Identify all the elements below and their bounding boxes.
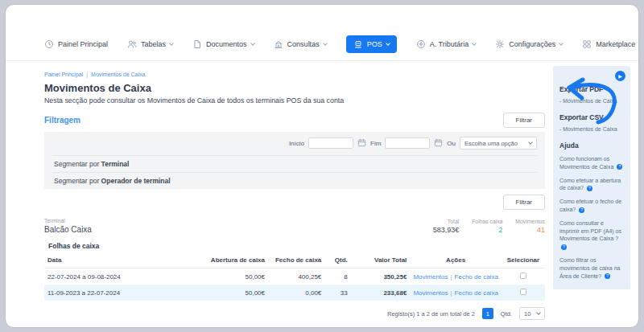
nav-label: Configurações xyxy=(509,40,555,48)
cell-qtd: 33 xyxy=(324,285,350,301)
col-fecho: Fecho de caixa xyxy=(268,252,324,268)
question-circle-icon[interactable] xyxy=(605,273,610,279)
nav-label: A. Tributária xyxy=(430,40,469,48)
exportar-csv-title: Exportar CSV xyxy=(559,113,624,121)
nav-item-documentos[interactable]: Documentos xyxy=(192,39,254,49)
action-separator: | xyxy=(451,289,452,297)
document-icon xyxy=(192,39,202,49)
row-select-checkbox[interactable] xyxy=(520,273,526,279)
nav-item-configuracoes[interactable]: Configurações xyxy=(495,39,563,49)
chevron-down-icon xyxy=(536,310,541,315)
table-row: 11-09-2023 a 22-07-2024 50,00€ 0,00€ 33 … xyxy=(44,285,545,301)
question-circle-icon[interactable] xyxy=(561,244,567,250)
page-title: Movimentos de Caixa xyxy=(44,82,545,94)
question-circle-icon[interactable] xyxy=(617,164,622,170)
chevron-down-icon xyxy=(323,41,328,46)
fim-date-input[interactable] xyxy=(385,137,430,149)
terminal-label: Terminal xyxy=(44,218,92,223)
help-item-text: Como filtrar os movimentos de caixa na Á… xyxy=(559,257,620,279)
cell-abertura: 50,00€ xyxy=(205,269,268,285)
chevron-down-icon xyxy=(472,41,477,46)
segment-prefix: Segmentar por xyxy=(54,177,99,185)
fecho-de-caixa-link[interactable]: Fecho de caixa xyxy=(455,273,498,281)
option-select[interactable]: Escolha uma opção xyxy=(460,137,537,150)
pos-terminal-icon xyxy=(353,39,363,49)
nav-item-pos[interactable]: POS xyxy=(346,35,397,53)
table-header: Data Abertura de caixa Fecho de caixa Qt… xyxy=(44,252,545,268)
inicio-date-input[interactable] xyxy=(308,137,353,149)
segment-row-terminal[interactable]: Segmentar por Terminal xyxy=(52,155,537,172)
help-sidebar: ▶ Exportar PDF - Movimentos de Caixa Exp… xyxy=(553,66,630,289)
filter-panel: Início Fim Ou Escolha uma opção Segmenta… xyxy=(44,132,545,189)
main-content: Painel Principal|Movimentos de Caixa Mov… xyxy=(44,66,545,328)
nav-item-marketplace[interactable]: Marketplace xyxy=(582,39,639,49)
help-item[interactable]: Como filtrar os movimentos de caixa na Á… xyxy=(559,256,624,280)
segment-name: Operador de terminal xyxy=(101,177,171,185)
chevron-down-icon xyxy=(386,41,390,46)
cell-data: 11-09-2023 a 22-07-2024 xyxy=(44,285,205,301)
stat-label: Total xyxy=(433,219,460,224)
chevron-down-icon xyxy=(559,41,564,46)
question-circle-icon[interactable] xyxy=(579,207,584,213)
question-circle-icon[interactable] xyxy=(587,186,592,191)
option-select-value: Escolha uma opção xyxy=(464,140,518,147)
chevron-down-icon xyxy=(528,140,533,145)
chevron-down-icon xyxy=(169,41,174,46)
building-icon xyxy=(274,39,283,49)
stat-value: 41 xyxy=(515,226,545,234)
nav-label: Tabelas xyxy=(141,40,166,48)
action-separator: | xyxy=(451,273,452,281)
movimentos-link[interactable]: Movimentos xyxy=(413,289,448,297)
chevron-down-icon xyxy=(250,41,255,46)
nav-item-tabelas[interactable]: Tabelas xyxy=(127,39,173,49)
fecho-de-caixa-link[interactable]: Fecho de caixa xyxy=(455,289,498,297)
row-select-checkbox[interactable] xyxy=(520,289,526,295)
page-1-button[interactable]: 1 xyxy=(482,308,493,319)
segment-row-operador[interactable]: Segmentar por Operador de terminal xyxy=(52,172,537,189)
nav-item-consultas[interactable]: Consultas xyxy=(274,39,327,49)
segment-name: Terminal xyxy=(101,160,130,168)
calendar-icon[interactable] xyxy=(357,138,366,149)
sidebar-export-pdf-movimentos-link[interactable]: - Movimentos de Caixa xyxy=(559,98,624,104)
filtrar-button-top[interactable]: Filtrar xyxy=(503,113,545,128)
stat-value: 2 xyxy=(472,226,502,234)
users-icon xyxy=(127,39,137,49)
clock-icon xyxy=(44,39,54,49)
help-item[interactable]: Como consultar e imprimir em PDF (A4) os… xyxy=(559,219,624,251)
play-icon[interactable]: ▶ xyxy=(615,71,625,81)
breadcrumb-link-painel-principal[interactable]: Painel Principal xyxy=(44,72,83,77)
col-acoes: Ações xyxy=(410,252,502,268)
cell-valor: 350,25€ xyxy=(351,269,411,285)
qtd-label: Qtd. xyxy=(501,310,512,318)
cell-valor: 233,68€ xyxy=(351,285,411,301)
stat-total: Total 583,93€ xyxy=(433,219,460,234)
help-item[interactable]: Como funcionam os Movimentos de Caixa xyxy=(559,155,624,171)
nav-item-painel-principal[interactable]: Painel Principal xyxy=(44,39,108,49)
nav-label: Marketplace xyxy=(596,40,635,48)
page-subtitle: Nesta secção pode consultar os Movimento… xyxy=(44,96,545,105)
filtrar-button-bottom[interactable]: Filtrar xyxy=(503,195,545,210)
breadcrumb-separator: | xyxy=(86,72,88,77)
inicio-label: Início xyxy=(289,140,304,147)
breadcrumb-link-movimentos[interactable]: Movimentos de Caixa xyxy=(91,72,145,77)
chevron-down-icon xyxy=(638,41,639,46)
top-nav: Painel Principal Tabelas Documentos Cons… xyxy=(6,35,638,61)
col-data: Data xyxy=(44,252,205,268)
help-item[interactable]: Como efetuar a abertura de caixa? xyxy=(559,177,624,193)
calendar-icon[interactable] xyxy=(434,138,443,149)
nav-item-a-tributaria[interactable]: A. Tributária xyxy=(416,39,477,49)
breadcrumb: Painel Principal|Movimentos de Caixa xyxy=(44,72,545,77)
cell-qtd: 8 xyxy=(324,269,350,285)
help-item[interactable]: Como efetuar o fecho de caixa? xyxy=(559,198,624,214)
qtd-select[interactable]: 10 xyxy=(519,307,545,320)
nav-label: POS xyxy=(367,40,382,48)
stat-label: Movimentos xyxy=(515,219,545,224)
movimentos-link[interactable]: Movimentos xyxy=(413,273,448,281)
cell-data: 22-07-2024 a 09-08-2024 xyxy=(44,269,205,285)
stat-folhas-caixa: Folhas caixa 2 xyxy=(472,219,502,234)
exportar-pdf-title: Exportar PDF xyxy=(559,85,624,93)
col-valor-total: Valor Total xyxy=(351,252,411,268)
terminal-name: Balcão Caixa xyxy=(44,225,92,234)
sidebar-export-csv-movimentos-link[interactable]: - Movimentos de Caixa xyxy=(559,126,624,132)
cell-fecho: 0,00€ xyxy=(268,285,324,301)
